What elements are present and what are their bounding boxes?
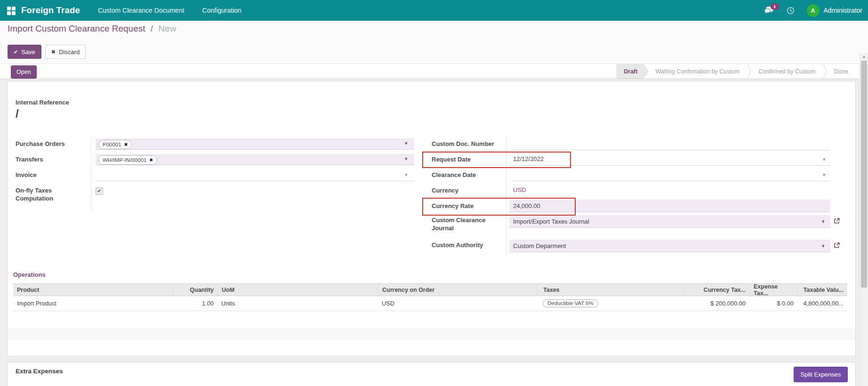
menu-custom-clearance-document[interactable]: Custom Clearance Document xyxy=(98,7,185,14)
column-header-currency-tax[interactable]: Currency Tax... xyxy=(683,284,749,296)
onfly-taxes-label: On-fly Taxes Computation xyxy=(16,186,72,202)
currency-value[interactable]: USD xyxy=(513,186,526,193)
main-menu: Custom Clearance Document Configuration xyxy=(80,7,241,14)
menu-configuration[interactable]: Configuration xyxy=(202,7,241,14)
external-link-icon[interactable] xyxy=(833,217,840,225)
scrollbar-thumb[interactable] xyxy=(861,61,867,288)
transfers-label: Transfers xyxy=(16,155,86,163)
app-window: Foreign Trade Custom Clearance Document … xyxy=(0,0,868,386)
custom-doc-number-label: Custom Doc. Number xyxy=(432,140,505,148)
form-statusbar: Open Draft Waiting Confirmation by Custo… xyxy=(0,64,868,79)
column-header-uom[interactable]: UoM xyxy=(217,284,378,296)
discard-button[interactable]: Discard xyxy=(45,45,86,59)
transfer-tag-label: WH/IMP-IN/00001 xyxy=(103,157,146,163)
discard-button-label: Discard xyxy=(59,48,80,56)
split-expenses-label: Split Expenses xyxy=(801,371,841,378)
breadcrumb: Import Custom Clearance Request / New xyxy=(8,24,176,34)
internal-reference-label: Internal Reference xyxy=(16,99,69,106)
control-panel: Import Custom Clearance Request / New Sa… xyxy=(0,21,868,64)
column-header-quantity[interactable]: Quantity xyxy=(173,284,217,296)
chevron-down-icon[interactable] xyxy=(823,172,826,178)
cell-taxable-value: 4,800,000,00... xyxy=(797,296,847,311)
purchase-order-tag[interactable]: P00001 xyxy=(98,140,132,149)
operations-table-row[interactable]: Import Product 1.00 Units USD Deductible… xyxy=(13,296,847,311)
message-count-badge: 1 xyxy=(771,3,779,10)
chevron-down-icon[interactable] xyxy=(823,156,826,162)
cell-uom: Units xyxy=(217,296,378,311)
label-field-divider xyxy=(506,137,506,255)
stage-waiting-confirmation[interactable]: Waiting Confirmation by Custom xyxy=(649,64,746,79)
close-icon xyxy=(51,49,56,55)
chevron-down-icon[interactable] xyxy=(405,156,408,162)
open-button[interactable]: Open xyxy=(11,65,37,79)
transfer-tag[interactable]: WH/IMP-IN/00001 xyxy=(98,155,157,165)
chevron-down-icon[interactable] xyxy=(822,218,825,225)
user-avatar[interactable]: A xyxy=(807,4,820,17)
cell-product: Import Product xyxy=(13,296,173,311)
open-button-label: Open xyxy=(16,69,31,75)
save-button-label: Save xyxy=(21,48,35,56)
navbar-right: 1 A Administrator xyxy=(764,4,862,17)
operations-table: Product Quantity UoM Currency on Order T… xyxy=(13,283,847,311)
column-header-product[interactable]: Product xyxy=(13,284,173,296)
stage-done[interactable]: Done xyxy=(828,64,855,79)
invoice-label: Invoice xyxy=(16,171,86,179)
user-name[interactable]: Administrator xyxy=(824,7,862,14)
split-expenses-button[interactable]: Split Expenses xyxy=(794,367,848,382)
custom-doc-number-field[interactable] xyxy=(511,150,830,150)
remove-tag-icon[interactable] xyxy=(149,158,153,162)
breadcrumb-parent-link[interactable]: Import Custom Clearance Request xyxy=(8,24,145,33)
purchase-order-tag-label: P00001 xyxy=(103,142,121,147)
currency-rate-value[interactable]: 24,000.00 xyxy=(513,202,540,209)
stage-draft[interactable]: Draft xyxy=(616,64,649,79)
custom-clearance-journal-label: Custom Clearance Journal xyxy=(432,216,502,232)
chevron-down-icon[interactable] xyxy=(405,140,408,146)
chevron-down-icon[interactable] xyxy=(405,172,408,178)
clearance-date-field[interactable] xyxy=(511,181,830,181)
tax-tag: Deductible VAT 5% xyxy=(543,299,598,307)
custom-clearance-journal-value[interactable]: Import/Export Taxes Journal xyxy=(513,218,589,225)
cell-quantity: 1.00 xyxy=(173,296,217,311)
top-navbar: Foreign Trade Custom Clearance Document … xyxy=(0,0,868,21)
request-date-underline xyxy=(511,165,830,166)
label-field-divider xyxy=(91,137,91,211)
custom-authority-value[interactable]: Custom Deparment xyxy=(513,242,566,249)
column-header-currency-on-order[interactable]: Currency on Order xyxy=(378,284,537,296)
cell-taxes: Deductible VAT 5% xyxy=(537,296,683,311)
app-title[interactable]: Foreign Trade xyxy=(21,5,80,16)
activity-clock-icon[interactable] xyxy=(787,7,795,15)
cell-currency-on-order: USD xyxy=(378,296,537,311)
check-icon xyxy=(14,49,18,55)
scroll-up-arrow-icon[interactable] xyxy=(860,54,868,60)
breadcrumb-separator: / xyxy=(151,24,153,33)
chevron-down-icon[interactable] xyxy=(822,243,825,249)
messages-icon[interactable]: 1 xyxy=(764,6,774,15)
internal-reference-value[interactable]: / xyxy=(16,107,19,121)
remove-tag-icon[interactable] xyxy=(124,142,128,147)
purchase-orders-label: Purchase Orders xyxy=(16,140,86,148)
request-date-label: Request Date xyxy=(432,155,505,163)
external-link-icon[interactable] xyxy=(833,242,840,249)
custom-authority-label: Custom Authority xyxy=(432,241,502,249)
extra-expenses-sheet xyxy=(7,362,856,386)
onfly-taxes-checkbox[interactable] xyxy=(96,187,103,195)
request-date-value[interactable]: 12/12/2022 xyxy=(513,155,544,162)
stage-separator xyxy=(746,64,752,79)
stage-confirmed[interactable]: Confirmed by Custom xyxy=(752,64,822,79)
currency-rate-field[interactable] xyxy=(509,200,830,212)
vertical-scrollbar[interactable] xyxy=(860,53,868,386)
cell-expense-tax: $ 0.00 xyxy=(749,296,797,311)
extra-expenses-title: Extra Expenses xyxy=(16,368,63,375)
column-header-taxable-value[interactable]: Taxable Valu... xyxy=(797,284,847,296)
column-header-taxes[interactable]: Taxes xyxy=(537,284,683,296)
invoice-field[interactable] xyxy=(96,181,414,181)
stage-steps: Draft Waiting Confirmation by Custom Con… xyxy=(616,64,855,79)
clearance-date-label: Clearance Date xyxy=(432,171,505,179)
save-button[interactable]: Save xyxy=(8,45,41,59)
currency-label: Currency xyxy=(432,186,505,194)
apps-grid-icon[interactable] xyxy=(7,7,15,15)
empty-row-stripe xyxy=(8,328,855,340)
column-header-expense-tax[interactable]: Expense Tax... xyxy=(749,284,797,296)
operations-section-title: Operations xyxy=(13,271,46,278)
purchase-orders-field[interactable] xyxy=(96,138,414,150)
